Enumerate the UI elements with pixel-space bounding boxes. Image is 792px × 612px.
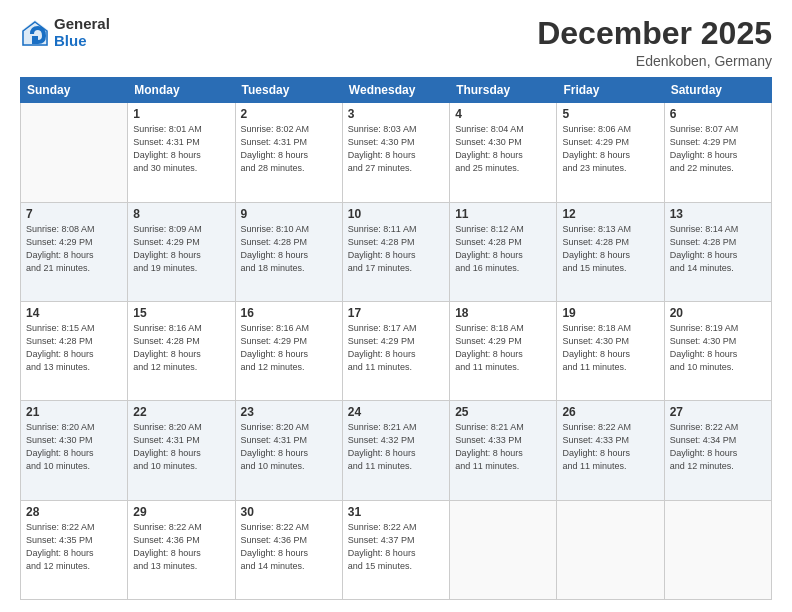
day-number: 23 (241, 405, 337, 419)
day-number: 22 (133, 405, 229, 419)
day-info: Sunrise: 8:19 AMSunset: 4:30 PMDaylight:… (670, 322, 766, 374)
day-info: Sunrise: 8:18 AMSunset: 4:30 PMDaylight:… (562, 322, 658, 374)
calendar-day (557, 500, 664, 599)
day-number: 29 (133, 505, 229, 519)
calendar-subtitle: Edenkoben, Germany (537, 53, 772, 69)
calendar-day: 17Sunrise: 8:17 AMSunset: 4:29 PMDayligh… (342, 301, 449, 400)
day-info: Sunrise: 8:22 AMSunset: 4:35 PMDaylight:… (26, 521, 122, 573)
day-info: Sunrise: 8:21 AMSunset: 4:33 PMDaylight:… (455, 421, 551, 473)
day-number: 20 (670, 306, 766, 320)
day-info: Sunrise: 8:18 AMSunset: 4:29 PMDaylight:… (455, 322, 551, 374)
calendar-week-row: 7Sunrise: 8:08 AMSunset: 4:29 PMDaylight… (21, 202, 772, 301)
header-wednesday: Wednesday (342, 78, 449, 103)
day-info: Sunrise: 8:15 AMSunset: 4:28 PMDaylight:… (26, 322, 122, 374)
calendar-day: 27Sunrise: 8:22 AMSunset: 4:34 PMDayligh… (664, 401, 771, 500)
day-info: Sunrise: 8:08 AMSunset: 4:29 PMDaylight:… (26, 223, 122, 275)
calendar-week-row: 14Sunrise: 8:15 AMSunset: 4:28 PMDayligh… (21, 301, 772, 400)
day-info: Sunrise: 8:06 AMSunset: 4:29 PMDaylight:… (562, 123, 658, 175)
calendar-day: 5Sunrise: 8:06 AMSunset: 4:29 PMDaylight… (557, 103, 664, 202)
day-number: 1 (133, 107, 229, 121)
logo-text: General Blue (54, 16, 110, 49)
calendar-day: 31Sunrise: 8:22 AMSunset: 4:37 PMDayligh… (342, 500, 449, 599)
calendar-day: 24Sunrise: 8:21 AMSunset: 4:32 PMDayligh… (342, 401, 449, 500)
day-number: 3 (348, 107, 444, 121)
day-info: Sunrise: 8:03 AMSunset: 4:30 PMDaylight:… (348, 123, 444, 175)
calendar-day: 13Sunrise: 8:14 AMSunset: 4:28 PMDayligh… (664, 202, 771, 301)
header-thursday: Thursday (450, 78, 557, 103)
day-info: Sunrise: 8:22 AMSunset: 4:33 PMDaylight:… (562, 421, 658, 473)
day-info: Sunrise: 8:09 AMSunset: 4:29 PMDaylight:… (133, 223, 229, 275)
calendar-day: 29Sunrise: 8:22 AMSunset: 4:36 PMDayligh… (128, 500, 235, 599)
calendar-week-row: 1Sunrise: 8:01 AMSunset: 4:31 PMDaylight… (21, 103, 772, 202)
day-info: Sunrise: 8:04 AMSunset: 4:30 PMDaylight:… (455, 123, 551, 175)
day-number: 13 (670, 207, 766, 221)
day-info: Sunrise: 8:02 AMSunset: 4:31 PMDaylight:… (241, 123, 337, 175)
logo-blue-text: Blue (54, 33, 110, 50)
day-number: 17 (348, 306, 444, 320)
day-number: 31 (348, 505, 444, 519)
day-info: Sunrise: 8:10 AMSunset: 4:28 PMDaylight:… (241, 223, 337, 275)
day-number: 9 (241, 207, 337, 221)
day-number: 26 (562, 405, 658, 419)
header-tuesday: Tuesday (235, 78, 342, 103)
day-number: 2 (241, 107, 337, 121)
day-number: 25 (455, 405, 551, 419)
calendar-day: 7Sunrise: 8:08 AMSunset: 4:29 PMDaylight… (21, 202, 128, 301)
day-number: 15 (133, 306, 229, 320)
calendar-table: Sunday Monday Tuesday Wednesday Thursday… (20, 77, 772, 600)
header: General Blue December 2025 Edenkoben, Ge… (20, 16, 772, 69)
day-info: Sunrise: 8:22 AMSunset: 4:37 PMDaylight:… (348, 521, 444, 573)
calendar-day: 15Sunrise: 8:16 AMSunset: 4:28 PMDayligh… (128, 301, 235, 400)
header-monday: Monday (128, 78, 235, 103)
calendar-day: 16Sunrise: 8:16 AMSunset: 4:29 PMDayligh… (235, 301, 342, 400)
day-info: Sunrise: 8:20 AMSunset: 4:31 PMDaylight:… (133, 421, 229, 473)
header-friday: Friday (557, 78, 664, 103)
header-saturday: Saturday (664, 78, 771, 103)
day-info: Sunrise: 8:07 AMSunset: 4:29 PMDaylight:… (670, 123, 766, 175)
day-number: 7 (26, 207, 122, 221)
calendar-day: 30Sunrise: 8:22 AMSunset: 4:36 PMDayligh… (235, 500, 342, 599)
day-info: Sunrise: 8:12 AMSunset: 4:28 PMDaylight:… (455, 223, 551, 275)
calendar-title: December 2025 (537, 16, 772, 51)
day-number: 10 (348, 207, 444, 221)
calendar-day: 21Sunrise: 8:20 AMSunset: 4:30 PMDayligh… (21, 401, 128, 500)
day-number: 14 (26, 306, 122, 320)
day-info: Sunrise: 8:20 AMSunset: 4:31 PMDaylight:… (241, 421, 337, 473)
day-number: 28 (26, 505, 122, 519)
calendar-day (21, 103, 128, 202)
day-info: Sunrise: 8:13 AMSunset: 4:28 PMDaylight:… (562, 223, 658, 275)
day-info: Sunrise: 8:17 AMSunset: 4:29 PMDaylight:… (348, 322, 444, 374)
calendar-day: 14Sunrise: 8:15 AMSunset: 4:28 PMDayligh… (21, 301, 128, 400)
logo-general-text: General (54, 16, 110, 33)
day-number: 24 (348, 405, 444, 419)
calendar-day: 19Sunrise: 8:18 AMSunset: 4:30 PMDayligh… (557, 301, 664, 400)
calendar-day: 22Sunrise: 8:20 AMSunset: 4:31 PMDayligh… (128, 401, 235, 500)
page: General Blue December 2025 Edenkoben, Ge… (0, 0, 792, 612)
logo-icon (20, 18, 50, 48)
calendar-day: 10Sunrise: 8:11 AMSunset: 4:28 PMDayligh… (342, 202, 449, 301)
day-number: 16 (241, 306, 337, 320)
calendar-day: 18Sunrise: 8:18 AMSunset: 4:29 PMDayligh… (450, 301, 557, 400)
calendar-day: 28Sunrise: 8:22 AMSunset: 4:35 PMDayligh… (21, 500, 128, 599)
calendar-day: 1Sunrise: 8:01 AMSunset: 4:31 PMDaylight… (128, 103, 235, 202)
day-info: Sunrise: 8:22 AMSunset: 4:34 PMDaylight:… (670, 421, 766, 473)
day-number: 27 (670, 405, 766, 419)
day-number: 6 (670, 107, 766, 121)
calendar-day: 6Sunrise: 8:07 AMSunset: 4:29 PMDaylight… (664, 103, 771, 202)
day-number: 12 (562, 207, 658, 221)
calendar-day (664, 500, 771, 599)
day-number: 18 (455, 306, 551, 320)
day-info: Sunrise: 8:20 AMSunset: 4:30 PMDaylight:… (26, 421, 122, 473)
day-number: 4 (455, 107, 551, 121)
day-info: Sunrise: 8:21 AMSunset: 4:32 PMDaylight:… (348, 421, 444, 473)
day-number: 21 (26, 405, 122, 419)
day-info: Sunrise: 8:01 AMSunset: 4:31 PMDaylight:… (133, 123, 229, 175)
calendar-day: 9Sunrise: 8:10 AMSunset: 4:28 PMDaylight… (235, 202, 342, 301)
day-info: Sunrise: 8:14 AMSunset: 4:28 PMDaylight:… (670, 223, 766, 275)
day-number: 30 (241, 505, 337, 519)
day-info: Sunrise: 8:16 AMSunset: 4:29 PMDaylight:… (241, 322, 337, 374)
calendar-day: 25Sunrise: 8:21 AMSunset: 4:33 PMDayligh… (450, 401, 557, 500)
calendar-day: 23Sunrise: 8:20 AMSunset: 4:31 PMDayligh… (235, 401, 342, 500)
calendar-week-row: 21Sunrise: 8:20 AMSunset: 4:30 PMDayligh… (21, 401, 772, 500)
calendar-day: 4Sunrise: 8:04 AMSunset: 4:30 PMDaylight… (450, 103, 557, 202)
